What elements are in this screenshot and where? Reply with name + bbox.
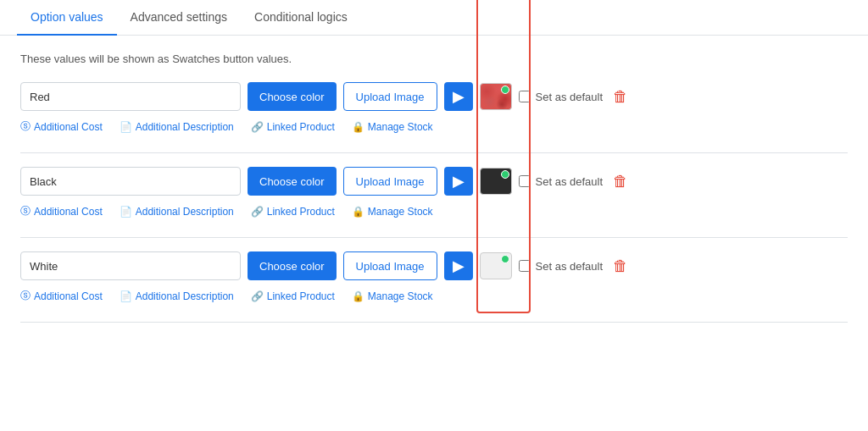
option-controls-1: Choose color Upload Image ▶ Set as defau… bbox=[20, 82, 848, 111]
default-checkbox-1[interactable] bbox=[519, 91, 531, 102]
linked-product-link-2[interactable]: 🔗 Linked Product bbox=[251, 204, 335, 218]
box-icon-2: 🔒 bbox=[352, 206, 364, 218]
link-icon-3: 🔗 bbox=[251, 290, 264, 302]
description-text: These values will be shown as Swatches b… bbox=[20, 52, 848, 65]
swatch-wrapper-1 bbox=[480, 83, 512, 110]
trash-icon-3: 🗑 bbox=[613, 257, 628, 274]
upload-image-button-1[interactable]: Upload Image bbox=[343, 82, 437, 111]
divider-2 bbox=[20, 237, 848, 238]
default-checkbox-3[interactable] bbox=[519, 260, 531, 272]
additional-desc-link-2[interactable]: 📄 Additional Description bbox=[120, 204, 234, 218]
swatch-1 bbox=[480, 83, 512, 110]
upload-image-button-3[interactable]: Upload Image bbox=[343, 251, 437, 280]
dollar-icon-2: ⓢ bbox=[20, 204, 31, 218]
tabs-bar: Option values Advanced settings Conditio… bbox=[0, 0, 868, 36]
trash-icon-1: 🗑 bbox=[613, 88, 628, 105]
option-name-input-3[interactable] bbox=[20, 251, 241, 280]
delete-button-3[interactable]: 🗑 bbox=[609, 254, 632, 279]
manage-stock-link-2[interactable]: 🔒 Manage Stock bbox=[352, 204, 433, 218]
swatch-dot-1 bbox=[501, 86, 509, 94]
option-row-3: Choose color Upload Image ▶ Set as defau… bbox=[20, 251, 848, 315]
default-checkbox-2[interactable] bbox=[519, 175, 531, 187]
swatch-dot-2 bbox=[501, 170, 509, 179]
option-row-2: Choose color Upload Image ▶ Set as defau… bbox=[20, 167, 848, 230]
dollar-icon-3: ⓢ bbox=[20, 289, 31, 303]
tab-option-values[interactable]: Option values bbox=[17, 0, 117, 36]
choose-color-button-3[interactable]: Choose color bbox=[248, 251, 337, 280]
set-as-default-label-1: Set as default bbox=[519, 91, 604, 103]
linked-product-link-1[interactable]: 🔗 Linked Product bbox=[251, 119, 335, 134]
tab-conditional-logics[interactable]: Conditional logics bbox=[241, 0, 361, 36]
expand-button-2[interactable]: ▶ bbox=[444, 167, 473, 196]
set-as-default-label-2: Set as default bbox=[519, 175, 604, 188]
additional-cost-link-1[interactable]: ⓢ Additional Cost bbox=[20, 119, 103, 134]
option-name-input-1[interactable] bbox=[20, 82, 241, 111]
delete-button-1[interactable]: 🗑 bbox=[609, 85, 632, 109]
additional-desc-link-3[interactable]: 📄 Additional Description bbox=[120, 289, 234, 303]
divider-3 bbox=[20, 322, 848, 323]
link-icon: 🔗 bbox=[251, 121, 264, 133]
choose-color-button-2[interactable]: Choose color bbox=[248, 167, 337, 196]
set-as-default-label-3: Set as default bbox=[519, 260, 604, 273]
manage-stock-link-1[interactable]: 🔒 Manage Stock bbox=[352, 119, 433, 134]
additional-desc-link-1[interactable]: 📄 Additional Description bbox=[120, 119, 234, 134]
doc-icon-3: 📄 bbox=[120, 290, 132, 302]
expand-button-1[interactable]: ▶ bbox=[444, 82, 473, 111]
dollar-icon: ⓢ bbox=[20, 119, 31, 134]
link-icon-2: 🔗 bbox=[251, 206, 264, 218]
swatch-3 bbox=[480, 252, 512, 279]
box-icon-3: 🔒 bbox=[352, 290, 364, 302]
main-content: These values will be shown as Swatches b… bbox=[0, 36, 868, 353]
doc-icon: 📄 bbox=[120, 121, 132, 133]
option-controls-2: Choose color Upload Image ▶ Set as defau… bbox=[20, 167, 848, 196]
option-links-1: ⓢ Additional Cost 📄 Additional Descripti… bbox=[20, 111, 848, 146]
additional-cost-link-3[interactable]: ⓢ Additional Cost bbox=[20, 289, 103, 303]
doc-icon-2: 📄 bbox=[120, 206, 132, 218]
box-icon: 🔒 bbox=[352, 121, 364, 133]
option-row-1: Choose color Upload Image ▶ Set as defau… bbox=[20, 82, 848, 146]
option-name-input-2[interactable] bbox=[20, 167, 241, 196]
delete-button-2[interactable]: 🗑 bbox=[609, 169, 632, 194]
expand-button-3[interactable]: ▶ bbox=[444, 251, 473, 280]
swatch-2 bbox=[480, 168, 512, 195]
trash-icon-2: 🗑 bbox=[613, 173, 628, 190]
divider-1 bbox=[20, 152, 848, 153]
tab-advanced-settings[interactable]: Advanced settings bbox=[117, 0, 241, 36]
additional-cost-link-2[interactable]: ⓢ Additional Cost bbox=[20, 204, 103, 218]
option-links-2: ⓢ Additional Cost 📄 Additional Descripti… bbox=[20, 196, 848, 230]
option-links-3: ⓢ Additional Cost 📄 Additional Descripti… bbox=[20, 280, 848, 315]
expand-icon-3: ▶ bbox=[453, 257, 465, 275]
option-controls-3: Choose color Upload Image ▶ Set as defau… bbox=[20, 251, 848, 280]
expand-icon-2: ▶ bbox=[453, 172, 465, 191]
expand-icon-1: ▶ bbox=[453, 87, 465, 106]
upload-image-button-2[interactable]: Upload Image bbox=[343, 167, 437, 196]
linked-product-link-3[interactable]: 🔗 Linked Product bbox=[251, 289, 335, 303]
choose-color-button-1[interactable]: Choose color bbox=[248, 82, 337, 111]
swatch-dot-3 bbox=[501, 255, 509, 263]
manage-stock-link-3[interactable]: 🔒 Manage Stock bbox=[352, 289, 433, 303]
page-container: Option values Advanced settings Conditio… bbox=[0, 0, 868, 431]
